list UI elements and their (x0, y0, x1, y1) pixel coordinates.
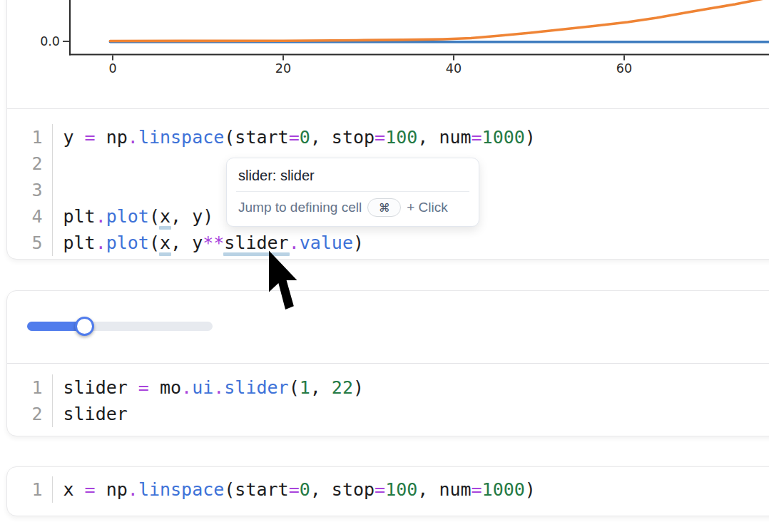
line-number: 1 (7, 476, 53, 503)
code-text: plt.plot(x, y) (63, 206, 214, 227)
x-tick-label: 0 (108, 61, 116, 76)
code-text: x = np.linspace(start=0, stop=100, num=1… (63, 479, 536, 500)
line-number: 3 (7, 177, 53, 203)
line-number: 2 (7, 401, 53, 427)
line-number: 2 (7, 150, 53, 177)
x-tick-label: 60 (616, 61, 632, 76)
y-tick-label: 0.0 (40, 34, 60, 48)
line-number: 4 (7, 203, 53, 230)
line-number: 5 (7, 230, 53, 256)
code-text: slider = mo.ui.slider(1, 22) (63, 377, 365, 398)
code-line[interactable]: 1y = np.linspace(start=0, stop=100, num=… (7, 124, 769, 150)
code-line[interactable]: 1x = np.linspace(start=0, stop=100, num=… (7, 476, 769, 503)
matplotlib-line-chart: 0.00204060 (0, 0, 769, 84)
tooltip-hint-row: Jump to defining cell ⌘ + Click (227, 192, 479, 226)
slider-thumb[interactable] (75, 317, 94, 336)
code-text: y = np.linspace(start=0, stop=100, num=1… (63, 127, 536, 148)
slider-track[interactable] (27, 322, 213, 331)
code-line[interactable]: 5plt.plot(x, y**slider.value) (7, 230, 769, 256)
tooltip-title: slider: slider (227, 158, 479, 191)
code-text: plt.plot(x, y**slider.value) (63, 232, 365, 253)
variable-x-underlined[interactable]: x (160, 232, 170, 253)
variable-hover-tooltip: slider: slider Jump to defining cell ⌘ +… (226, 158, 479, 227)
slider-output-area (7, 291, 769, 363)
variable-x-underlined[interactable]: x (160, 206, 170, 227)
line-number: 1 (7, 374, 53, 401)
code-text: slider (63, 404, 128, 424)
code-line[interactable]: 1slider = mo.ui.slider(1, 22) (7, 374, 769, 401)
line-number: 1 (7, 124, 53, 150)
tooltip-hint-suffix: + Click (407, 200, 448, 215)
series-line (110, 0, 765, 41)
x-tick-label: 20 (275, 61, 291, 76)
x-tick-label: 40 (446, 61, 462, 76)
notebook-cell-x: 1x = np.linspace(start=0, stop=100, num=… (6, 466, 769, 516)
code-editor[interactable]: 1x = np.linspace(start=0, stop=100, num=… (7, 467, 769, 503)
command-key-badge: ⌘ (367, 198, 401, 217)
tooltip-hint-text: Jump to defining cell (238, 200, 362, 215)
mouse-cursor-icon (267, 250, 300, 310)
code-line[interactable]: 2slider (7, 401, 769, 427)
notebook-cell-slider: 1slider = mo.ui.slider(1, 22)2slider (6, 290, 769, 436)
code-editor[interactable]: 1slider = mo.ui.slider(1, 22)2slider (7, 363, 769, 427)
